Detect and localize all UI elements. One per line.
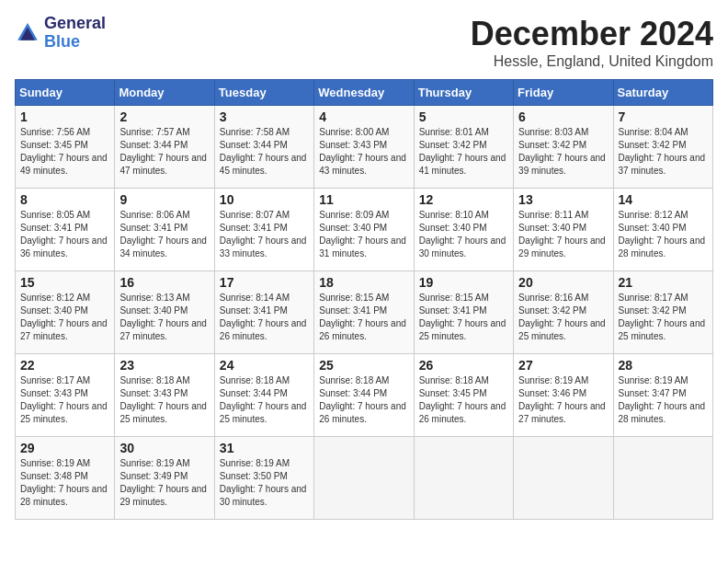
day-number: 2	[119, 109, 209, 124]
day-info: Sunrise: 8:00 AM Sunset: 3:43 PM Dayligh…	[319, 126, 408, 178]
calendar-cell: 18 Sunrise: 8:15 AM Sunset: 3:41 PM Dayl…	[314, 271, 414, 354]
calendar-cell: 15 Sunrise: 8:12 AM Sunset: 3:40 PM Dayl…	[16, 271, 115, 354]
day-info: Sunrise: 8:19 AM Sunset: 3:48 PM Dayligh…	[20, 457, 109, 509]
day-info: Sunrise: 8:06 AM Sunset: 3:41 PM Dayligh…	[119, 209, 209, 260]
calendar-cell: 11 Sunrise: 8:09 AM Sunset: 3:40 PM Dayl…	[314, 189, 414, 271]
calendar-cell: 1 Sunrise: 7:56 AM Sunset: 3:45 PM Dayli…	[16, 106, 115, 189]
day-info: Sunrise: 8:11 AM Sunset: 3:40 PM Dayligh…	[518, 209, 608, 260]
calendar-row: 8 Sunrise: 8:05 AM Sunset: 3:41 PM Dayli…	[16, 189, 713, 271]
calendar-cell: 13 Sunrise: 8:11 AM Sunset: 3:40 PM Dayl…	[514, 189, 613, 271]
calendar-cell: 16 Sunrise: 8:13 AM Sunset: 3:40 PM Dayl…	[115, 271, 214, 354]
calendar-cell: 22 Sunrise: 8:17 AM Sunset: 3:43 PM Dayl…	[16, 354, 115, 437]
day-info: Sunrise: 8:09 AM Sunset: 3:40 PM Dayligh…	[319, 209, 408, 260]
day-info: Sunrise: 8:18 AM Sunset: 3:45 PM Dayligh…	[419, 374, 508, 426]
day-info: Sunrise: 8:19 AM Sunset: 3:49 PM Dayligh…	[119, 457, 209, 509]
day-number: 19	[419, 275, 508, 290]
logo-text: General Blue	[44, 15, 106, 52]
calendar-cell: 14 Sunrise: 8:12 AM Sunset: 3:40 PM Dayl…	[613, 189, 712, 271]
day-info: Sunrise: 8:10 AM Sunset: 3:40 PM Dayligh…	[419, 209, 508, 260]
day-info: Sunrise: 8:18 AM Sunset: 3:44 PM Dayligh…	[220, 374, 309, 426]
day-info: Sunrise: 7:56 AM Sunset: 3:45 PM Dayligh…	[20, 126, 109, 178]
col-saturday: Saturday	[613, 80, 712, 106]
day-number: 8	[20, 192, 109, 207]
calendar-cell: 26 Sunrise: 8:18 AM Sunset: 3:45 PM Dayl…	[414, 354, 513, 437]
day-info: Sunrise: 8:15 AM Sunset: 3:41 PM Dayligh…	[319, 292, 408, 343]
day-info: Sunrise: 8:12 AM Sunset: 3:40 PM Dayligh…	[20, 292, 109, 343]
calendar-cell: 4 Sunrise: 8:00 AM Sunset: 3:43 PM Dayli…	[314, 106, 414, 189]
day-number: 13	[518, 192, 608, 207]
calendar-row: 22 Sunrise: 8:17 AM Sunset: 3:43 PM Dayl…	[16, 354, 713, 437]
day-number: 16	[119, 275, 209, 290]
calendar-cell: 6 Sunrise: 8:03 AM Sunset: 3:42 PM Dayli…	[514, 106, 613, 189]
day-number: 21	[619, 275, 708, 290]
calendar-cell: 7 Sunrise: 8:04 AM Sunset: 3:42 PM Dayli…	[613, 106, 712, 189]
day-info: Sunrise: 8:18 AM Sunset: 3:43 PM Dayligh…	[119, 374, 209, 426]
day-number: 1	[20, 109, 109, 124]
day-info: Sunrise: 8:19 AM Sunset: 3:47 PM Dayligh…	[619, 374, 708, 426]
calendar-cell	[414, 437, 513, 520]
calendar-cell: 27 Sunrise: 8:19 AM Sunset: 3:46 PM Dayl…	[514, 354, 613, 437]
day-info: Sunrise: 8:14 AM Sunset: 3:41 PM Dayligh…	[220, 292, 309, 343]
col-friday: Friday	[514, 80, 613, 106]
logo: General Blue	[15, 15, 106, 52]
day-info: Sunrise: 8:17 AM Sunset: 3:43 PM Dayligh…	[20, 374, 109, 426]
col-monday: Monday	[115, 80, 214, 106]
day-number: 24	[220, 358, 309, 373]
calendar-cell: 5 Sunrise: 8:01 AM Sunset: 3:42 PM Dayli…	[414, 106, 513, 189]
calendar-cell	[314, 437, 414, 520]
day-info: Sunrise: 8:01 AM Sunset: 3:42 PM Dayligh…	[419, 126, 508, 178]
day-info: Sunrise: 8:16 AM Sunset: 3:42 PM Dayligh…	[518, 292, 608, 343]
calendar-cell: 25 Sunrise: 8:18 AM Sunset: 3:44 PM Dayl…	[314, 354, 414, 437]
day-number: 15	[20, 275, 109, 290]
day-number: 4	[319, 109, 408, 124]
day-number: 26	[419, 358, 508, 373]
day-info: Sunrise: 7:57 AM Sunset: 3:44 PM Dayligh…	[119, 126, 209, 178]
day-number: 3	[220, 109, 309, 124]
calendar-cell: 2 Sunrise: 7:57 AM Sunset: 3:44 PM Dayli…	[115, 106, 214, 189]
calendar-row: 29 Sunrise: 8:19 AM Sunset: 3:48 PM Dayl…	[16, 437, 713, 520]
calendar-table: Sunday Monday Tuesday Wednesday Thursday…	[15, 79, 713, 520]
calendar-cell: 10 Sunrise: 8:07 AM Sunset: 3:41 PM Dayl…	[214, 189, 313, 271]
calendar-cell: 17 Sunrise: 8:14 AM Sunset: 3:41 PM Dayl…	[214, 271, 313, 354]
day-number: 6	[518, 109, 608, 124]
day-number: 30	[119, 441, 209, 455]
day-info: Sunrise: 8:19 AM Sunset: 3:50 PM Dayligh…	[220, 457, 309, 509]
col-sunday: Sunday	[16, 80, 115, 106]
day-info: Sunrise: 8:07 AM Sunset: 3:41 PM Dayligh…	[220, 209, 309, 260]
day-info: Sunrise: 8:19 AM Sunset: 3:46 PM Dayligh…	[518, 374, 608, 426]
day-number: 25	[319, 358, 408, 373]
day-number: 29	[20, 441, 109, 455]
day-number: 7	[619, 109, 708, 124]
location-title: Hessle, England, United Kingdom	[471, 53, 713, 70]
day-info: Sunrise: 8:04 AM Sunset: 3:42 PM Dayligh…	[619, 126, 708, 178]
day-number: 12	[419, 192, 508, 207]
day-info: Sunrise: 8:13 AM Sunset: 3:40 PM Dayligh…	[119, 292, 209, 343]
calendar-cell: 30 Sunrise: 8:19 AM Sunset: 3:49 PM Dayl…	[115, 437, 214, 520]
day-info: Sunrise: 7:58 AM Sunset: 3:44 PM Dayligh…	[220, 126, 309, 178]
day-number: 14	[619, 192, 708, 207]
calendar-cell	[514, 437, 613, 520]
day-info: Sunrise: 8:12 AM Sunset: 3:40 PM Dayligh…	[619, 209, 708, 260]
day-number: 31	[220, 441, 309, 455]
calendar-cell: 23 Sunrise: 8:18 AM Sunset: 3:43 PM Dayl…	[115, 354, 214, 437]
day-info: Sunrise: 8:05 AM Sunset: 3:41 PM Dayligh…	[20, 209, 109, 260]
col-thursday: Thursday	[414, 80, 513, 106]
day-number: 20	[518, 275, 608, 290]
calendar-cell: 28 Sunrise: 8:19 AM Sunset: 3:47 PM Dayl…	[613, 354, 712, 437]
calendar-cell: 9 Sunrise: 8:06 AM Sunset: 3:41 PM Dayli…	[115, 189, 214, 271]
day-number: 18	[319, 275, 408, 290]
day-number: 11	[319, 192, 408, 207]
day-number: 27	[518, 358, 608, 373]
day-info: Sunrise: 8:18 AM Sunset: 3:44 PM Dayligh…	[319, 374, 408, 426]
day-number: 5	[419, 109, 508, 124]
day-number: 28	[619, 358, 708, 373]
page-header: General Blue December 2024 Hessle, Engla…	[15, 15, 713, 70]
calendar-cell: 12 Sunrise: 8:10 AM Sunset: 3:40 PM Dayl…	[414, 189, 513, 271]
calendar-cell: 19 Sunrise: 8:15 AM Sunset: 3:41 PM Dayl…	[414, 271, 513, 354]
calendar-cell: 24 Sunrise: 8:18 AM Sunset: 3:44 PM Dayl…	[214, 354, 313, 437]
month-title: December 2024	[471, 15, 713, 53]
day-number: 22	[20, 358, 109, 373]
day-number: 17	[220, 275, 309, 290]
calendar-cell: 20 Sunrise: 8:16 AM Sunset: 3:42 PM Dayl…	[514, 271, 613, 354]
calendar-row: 15 Sunrise: 8:12 AM Sunset: 3:40 PM Dayl…	[16, 271, 713, 354]
